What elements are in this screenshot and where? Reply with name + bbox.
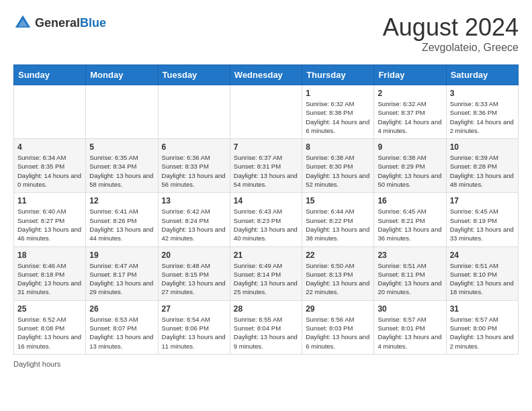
day-info: Sunrise: 6:40 AM Sunset: 8:27 PM Dayligh… [17,207,82,242]
day-info: Sunrise: 6:32 AM Sunset: 8:37 PM Dayligh… [378,99,442,135]
day-number: 21 [234,250,298,260]
calendar-week-row: 18Sunrise: 6:46 AM Sunset: 8:18 PM Dayli… [14,246,519,300]
calendar-cell [230,85,302,139]
calendar-cell: 20Sunrise: 6:48 AM Sunset: 8:15 PM Dayli… [158,246,230,300]
calendar-cell: 7Sunrise: 6:37 AM Sunset: 8:31 PM Daylig… [230,139,302,193]
day-number: 12 [89,196,154,205]
day-info: Sunrise: 6:56 AM Sunset: 8:03 PM Dayligh… [306,315,370,351]
day-number: 20 [162,250,226,260]
day-info: Sunrise: 6:54 AM Sunset: 8:06 PM Dayligh… [162,315,226,351]
day-number: 27 [162,304,226,314]
calendar-cell: 25Sunrise: 6:52 AM Sunset: 8:08 PM Dayli… [14,300,86,354]
weekday-header-saturday: Saturday [446,65,518,85]
day-number: 4 [17,142,82,152]
weekday-header-thursday: Thursday [302,65,374,85]
calendar-cell: 10Sunrise: 6:39 AM Sunset: 8:28 PM Dayli… [446,139,518,193]
day-number: 5 [89,142,154,152]
calendar-cell: 24Sunrise: 6:51 AM Sunset: 8:10 PM Dayli… [446,246,518,300]
day-number: 3 [450,89,515,98]
calendar-week-row: 4Sunrise: 6:34 AM Sunset: 8:35 PM Daylig… [14,139,519,193]
calendar-cell: 5Sunrise: 6:35 AM Sunset: 8:34 PM Daylig… [86,139,158,193]
calendar-cell: 21Sunrise: 6:49 AM Sunset: 8:14 PM Dayli… [230,246,302,300]
day-number: 9 [378,142,442,152]
page-header: GeneralBlue August 2024 Zevgolateio, Gre… [13,13,519,54]
day-info: Sunrise: 6:57 AM Sunset: 8:01 PM Dayligh… [378,315,442,351]
day-info: Sunrise: 6:38 AM Sunset: 8:30 PM Dayligh… [306,153,370,189]
day-info: Sunrise: 6:37 AM Sunset: 8:31 PM Dayligh… [234,153,298,189]
day-number: 10 [450,142,515,152]
day-info: Sunrise: 6:35 AM Sunset: 8:34 PM Dayligh… [89,153,154,189]
calendar-cell: 28Sunrise: 6:55 AM Sunset: 8:04 PM Dayli… [230,300,302,354]
day-info: Sunrise: 6:43 AM Sunset: 8:23 PM Dayligh… [234,207,298,242]
day-info: Sunrise: 6:41 AM Sunset: 8:26 PM Dayligh… [89,207,154,242]
day-info: Sunrise: 6:44 AM Sunset: 8:22 PM Dayligh… [306,207,370,242]
logo-icon [13,13,32,32]
calendar-week-row: 11Sunrise: 6:40 AM Sunset: 8:27 PM Dayli… [14,193,519,246]
day-number: 14 [234,196,298,205]
weekday-header-monday: Monday [86,65,158,85]
day-info: Sunrise: 6:33 AM Sunset: 8:36 PM Dayligh… [450,99,515,135]
calendar-cell: 30Sunrise: 6:57 AM Sunset: 8:01 PM Dayli… [374,300,446,354]
day-info: Sunrise: 6:51 AM Sunset: 8:10 PM Dayligh… [450,261,515,297]
day-number: 2 [378,89,442,98]
weekday-header-sunday: Sunday [14,65,86,85]
day-info: Sunrise: 6:52 AM Sunset: 8:08 PM Dayligh… [17,315,82,351]
day-info: Sunrise: 6:45 AM Sunset: 8:19 PM Dayligh… [450,207,515,242]
day-info: Sunrise: 6:48 AM Sunset: 8:15 PM Dayligh… [162,261,226,297]
day-info: Sunrise: 6:34 AM Sunset: 8:35 PM Dayligh… [17,153,82,189]
day-number: 6 [162,142,226,152]
day-number: 11 [17,196,82,205]
calendar-cell: 12Sunrise: 6:41 AM Sunset: 8:26 PM Dayli… [86,193,158,246]
day-info: Sunrise: 6:51 AM Sunset: 8:11 PM Dayligh… [378,261,442,297]
calendar-cell: 2Sunrise: 6:32 AM Sunset: 8:37 PM Daylig… [374,85,446,139]
day-number: 23 [378,250,442,260]
day-number: 26 [89,304,154,314]
calendar-cell: 9Sunrise: 6:38 AM Sunset: 8:29 PM Daylig… [374,139,446,193]
weekday-header-row: SundayMondayTuesdayWednesdayThursdayFrid… [14,65,519,85]
day-number: 1 [306,89,370,98]
day-number: 25 [17,304,82,314]
day-info: Sunrise: 6:36 AM Sunset: 8:33 PM Dayligh… [162,153,226,189]
calendar-cell: 11Sunrise: 6:40 AM Sunset: 8:27 PM Dayli… [14,193,86,246]
calendar-cell: 29Sunrise: 6:56 AM Sunset: 8:03 PM Dayli… [302,300,374,354]
day-info: Sunrise: 6:42 AM Sunset: 8:24 PM Dayligh… [162,207,226,242]
day-number: 7 [234,142,298,152]
calendar-cell: 31Sunrise: 6:57 AM Sunset: 8:00 PM Dayli… [446,300,518,354]
location: Zevgolateio, Greece [383,42,519,54]
calendar-cell: 13Sunrise: 6:42 AM Sunset: 8:24 PM Dayli… [158,193,230,246]
day-number: 19 [89,250,154,260]
logo-blue-text: Blue [80,16,106,30]
calendar-cell: 14Sunrise: 6:43 AM Sunset: 8:23 PM Dayli… [230,193,302,246]
month-year: August 2024 [383,13,519,42]
logo: GeneralBlue [13,13,106,32]
day-info: Sunrise: 6:47 AM Sunset: 8:17 PM Dayligh… [89,261,154,297]
weekday-header-tuesday: Tuesday [158,65,230,85]
day-number: 31 [450,304,515,314]
calendar-cell [86,85,158,139]
calendar-week-row: 25Sunrise: 6:52 AM Sunset: 8:08 PM Dayli… [14,300,519,354]
day-info: Sunrise: 6:57 AM Sunset: 8:00 PM Dayligh… [450,315,515,351]
day-info: Sunrise: 6:38 AM Sunset: 8:29 PM Dayligh… [378,153,442,189]
day-number: 22 [306,250,370,260]
day-number: 13 [162,196,226,205]
calendar-table: SundayMondayTuesdayWednesdayThursdayFrid… [13,64,519,355]
weekday-header-wednesday: Wednesday [230,65,302,85]
day-number: 16 [378,196,442,205]
day-number: 8 [306,142,370,152]
day-number: 15 [306,196,370,205]
calendar-cell [14,85,86,139]
day-info: Sunrise: 6:55 AM Sunset: 8:04 PM Dayligh… [234,315,298,351]
logo-general-text: General [35,16,80,30]
day-number: 28 [234,304,298,314]
day-number: 29 [306,304,370,314]
day-info: Sunrise: 6:39 AM Sunset: 8:28 PM Dayligh… [450,153,515,189]
calendar-cell: 27Sunrise: 6:54 AM Sunset: 8:06 PM Dayli… [158,300,230,354]
calendar-cell: 6Sunrise: 6:36 AM Sunset: 8:33 PM Daylig… [158,139,230,193]
day-info: Sunrise: 6:50 AM Sunset: 8:13 PM Dayligh… [306,261,370,297]
calendar-cell: 16Sunrise: 6:45 AM Sunset: 8:21 PM Dayli… [374,193,446,246]
title-block: August 2024 Zevgolateio, Greece [383,13,519,54]
calendar-cell: 8Sunrise: 6:38 AM Sunset: 8:30 PM Daylig… [302,139,374,193]
day-info: Sunrise: 6:32 AM Sunset: 8:38 PM Dayligh… [306,99,370,135]
calendar-cell: 23Sunrise: 6:51 AM Sunset: 8:11 PM Dayli… [374,246,446,300]
calendar-week-row: 1Sunrise: 6:32 AM Sunset: 8:38 PM Daylig… [14,85,519,139]
